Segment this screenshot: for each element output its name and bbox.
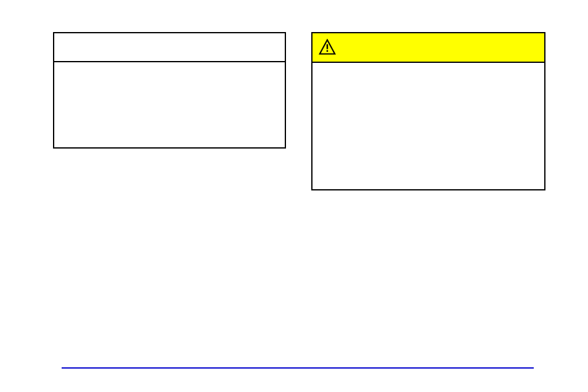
caution-body-text: Overloading your tires can cause overhea… [312, 63, 544, 189]
right-paragraph-1: It is recommended that tire inflation pr… [311, 197, 544, 252]
notice-body-text: Underinflated tires pose the same danger… [54, 62, 285, 147]
left-column-paragraph: "Cold" means your vehicle has been sitti… [54, 160, 282, 325]
caution-header: CAUTION: [312, 33, 544, 63]
right-paragraph-2: Check your tires once a month or more. A… [311, 284, 544, 312]
caution-title: CAUTION: [391, 39, 458, 55]
manual-page: NOTICE: Underinflated tires pose the sam… [0, 0, 588, 392]
when-to-check-heading: When to Check [311, 263, 544, 280]
notice-box: NOTICE: Underinflated tires pose the sam… [53, 32, 286, 149]
right-column: It is recommended that tire inflation pr… [311, 197, 544, 312]
svg-rect-1 [327, 44, 328, 49]
warning-triangle-icon [319, 39, 336, 56]
footer-divider [62, 367, 534, 369]
caution-box: CAUTION: Overloading your tires can caus… [311, 32, 545, 190]
page-number: 6-46 [62, 372, 78, 382]
notice-title: NOTICE: [54, 33, 285, 62]
svg-rect-2 [327, 50, 328, 52]
